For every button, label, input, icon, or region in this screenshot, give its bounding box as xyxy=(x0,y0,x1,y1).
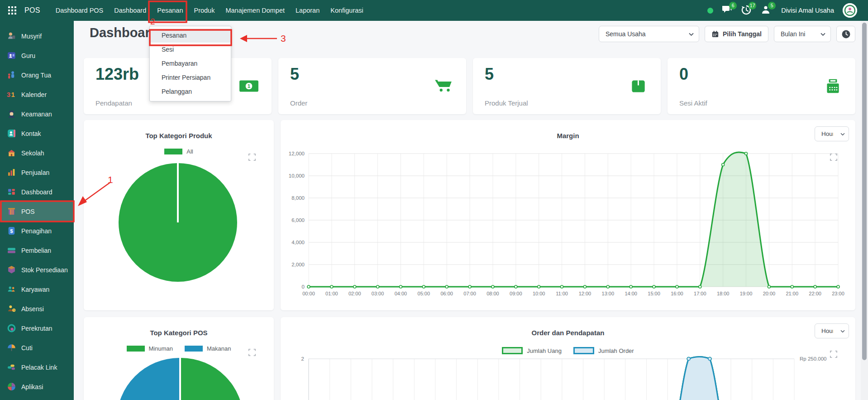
nav-item-dashboard[interactable]: Dashboard xyxy=(109,0,152,21)
guru-icon xyxy=(7,51,16,60)
sidebar-item-karyawan[interactable]: Karyawan xyxy=(0,280,74,299)
svg-text:23:00: 23:00 xyxy=(832,291,844,296)
fullscreen-icon[interactable] xyxy=(830,351,837,358)
box-icon xyxy=(628,79,648,93)
pie-chart[interactable] xyxy=(84,120,274,310)
svg-text:19:00: 19:00 xyxy=(740,291,753,296)
user-avatar[interactable] xyxy=(843,3,857,18)
svg-text:10:00: 10:00 xyxy=(533,291,545,296)
stat-card-order: 5Order xyxy=(278,58,466,114)
business-select[interactable]: Semua Usaha xyxy=(599,26,699,42)
top-navbar: POS Dashboard POSDashboardPesananProdukM… xyxy=(0,0,868,21)
pick-date-button[interactable]: Pilih Tanggal xyxy=(705,26,768,42)
sidebar-item-pembelian[interactable]: Pembelian xyxy=(0,241,74,260)
sidebar-item-pos[interactable]: POS xyxy=(0,202,74,221)
sidebar-item-cuti[interactable]: Cuti xyxy=(0,338,74,357)
svg-text:06:00: 06:00 xyxy=(440,291,453,296)
history-button[interactable] xyxy=(836,26,855,42)
svg-text:0: 0 xyxy=(302,284,305,289)
sidebar-item-label: Kontak xyxy=(21,130,41,137)
sidebar-item-dashboard[interactable]: Dashboard xyxy=(0,182,74,202)
pelacak-icon xyxy=(7,362,16,372)
svg-text:17:00: 17:00 xyxy=(694,291,706,296)
sidebar-item-label: Cuti xyxy=(21,344,33,352)
svg-text:3: 3 xyxy=(7,91,10,98)
nav-item-laporan[interactable]: Laporan xyxy=(290,0,325,21)
orders-area-chart[interactable]: 2Rp 250.000 xyxy=(281,317,855,400)
sidebar-item-penjualan[interactable]: Penjualan xyxy=(0,163,74,182)
fullscreen-icon[interactable] xyxy=(830,154,837,161)
nav-item-konfigurasi[interactable]: Konfigurasi xyxy=(325,0,369,21)
business-select-wrap: Semua Usaha xyxy=(599,26,699,42)
sidebar-item-pelacak-link[interactable]: Pelacak Link xyxy=(0,357,74,377)
svg-text:09:00: 09:00 xyxy=(510,291,522,296)
stat-card-produk-terjual: 5Produk Terjual xyxy=(473,58,661,114)
nav-item-pesanan[interactable]: Pesanan xyxy=(152,0,188,21)
sidebar: MusyrifGuruOrang Tua31KalenderKeamananKo… xyxy=(0,21,74,400)
sidebar-item-musyrif[interactable]: Musyrif xyxy=(0,26,74,46)
charts-row-1: Top Kategori Produk All Margin Hourly 02… xyxy=(84,120,855,310)
sidebar-item-label: Keamanan xyxy=(21,111,52,118)
cashier-icon[interactable]: 5 xyxy=(761,5,772,16)
avatar-logo xyxy=(843,3,857,18)
sidebar-item-stok-persediaan[interactable]: Stok Persediaan xyxy=(0,260,74,280)
sekolah-icon xyxy=(7,148,16,158)
sidebar-item-penagihan[interactable]: $Penagihan xyxy=(0,221,74,241)
sidebar-item-absensi[interactable]: Absensi xyxy=(0,299,74,318)
period-select[interactable]: Bulan Ini xyxy=(774,26,831,42)
register-icon xyxy=(823,79,843,93)
sidebar-item-keamanan[interactable]: Keamanan xyxy=(0,104,74,124)
scrollbar-thumb[interactable] xyxy=(862,23,867,360)
sidebar-item-label: Guru xyxy=(21,52,35,59)
margin-area-chart[interactable]: 02,0004,0006,0008,00010,00012,00000:0001… xyxy=(281,120,855,310)
company-name[interactable]: Divisi Amal Usaha xyxy=(781,7,834,14)
svg-text:05:00: 05:00 xyxy=(418,291,430,296)
svg-text:$: $ xyxy=(10,228,13,234)
svg-text:2,000: 2,000 xyxy=(291,262,305,267)
svg-text:12,000: 12,000 xyxy=(289,151,305,156)
sidebar-item-perekrutan[interactable]: Perekrutan xyxy=(0,318,74,338)
chart-card-order-pendapatan: Order dan Pendapatan Hourly Jumlah UangJ… xyxy=(281,317,855,400)
svg-text:12:00: 12:00 xyxy=(579,291,591,296)
dropdown-item-printer-persiapan[interactable]: Printer Persiapan xyxy=(150,71,231,85)
apps-grid-icon[interactable] xyxy=(6,5,18,16)
app-brand[interactable]: POS xyxy=(24,6,40,14)
sidebar-item-sekolah[interactable]: Sekolah xyxy=(0,143,74,163)
sidebar-item-kalender[interactable]: 31Kalender xyxy=(0,85,74,104)
dropdown-item-sesi[interactable]: Sesi xyxy=(150,43,231,57)
chart-card-top-kategori-pos: Top Kategori POS MinumanMakanan xyxy=(84,317,274,400)
sidebar-item-guru[interactable]: Guru xyxy=(0,46,74,65)
sidebar-item-aplikasi[interactable]: Aplikasi xyxy=(0,377,74,396)
sidebar-item-label: Pembelian xyxy=(21,247,51,254)
svg-text:2: 2 xyxy=(301,356,304,361)
chat-icon[interactable]: 6 xyxy=(722,5,733,16)
activity-icon[interactable]: 17 xyxy=(741,5,752,16)
navbar-right: 6 17 5 Divisi Amal Usaha xyxy=(707,3,868,18)
sidebar-item-orang-tua[interactable]: Orang Tua xyxy=(0,65,74,85)
nav-item-manajemen-dompet[interactable]: Manajemen Dompet xyxy=(220,0,290,21)
cart-icon xyxy=(434,79,453,93)
sidebar-item-label: Kalender xyxy=(21,91,47,98)
sidebar-item-kontak[interactable]: Kontak xyxy=(0,124,74,143)
sidebar-item-label: Penagihan xyxy=(21,227,52,235)
stat-card-sesi-aktif: 0Sesi Aktif xyxy=(668,58,855,114)
svg-text:16:00: 16:00 xyxy=(671,291,683,296)
svg-text:13:00: 13:00 xyxy=(602,291,615,296)
dropdown-item-pembayaran[interactable]: Pembayaran xyxy=(150,57,231,71)
nav-item-dashboard-pos[interactable]: Dashboard POS xyxy=(50,0,109,21)
pos-icon xyxy=(7,207,16,216)
calendar-icon xyxy=(711,30,719,38)
kalender-icon: 31 xyxy=(7,90,16,99)
scrollbar-track[interactable] xyxy=(861,21,868,400)
fullscreen-icon[interactable] xyxy=(248,349,256,356)
dropdown-item-pelanggan[interactable]: Pelanggan xyxy=(150,85,231,99)
svg-text:22:00: 22:00 xyxy=(809,291,821,296)
svg-text:20:00: 20:00 xyxy=(763,291,776,296)
svg-text:01:00: 01:00 xyxy=(325,291,338,296)
fullscreen-icon[interactable] xyxy=(248,154,256,161)
dropdown-item-pesanan[interactable]: Pesanan xyxy=(150,29,231,43)
svg-text:21:00: 21:00 xyxy=(786,291,798,296)
chart-card-margin: Margin Hourly 02,0004,0006,0008,00010,00… xyxy=(281,120,855,310)
pie-chart[interactable] xyxy=(84,317,274,400)
nav-item-produk[interactable]: Produk xyxy=(188,0,220,21)
